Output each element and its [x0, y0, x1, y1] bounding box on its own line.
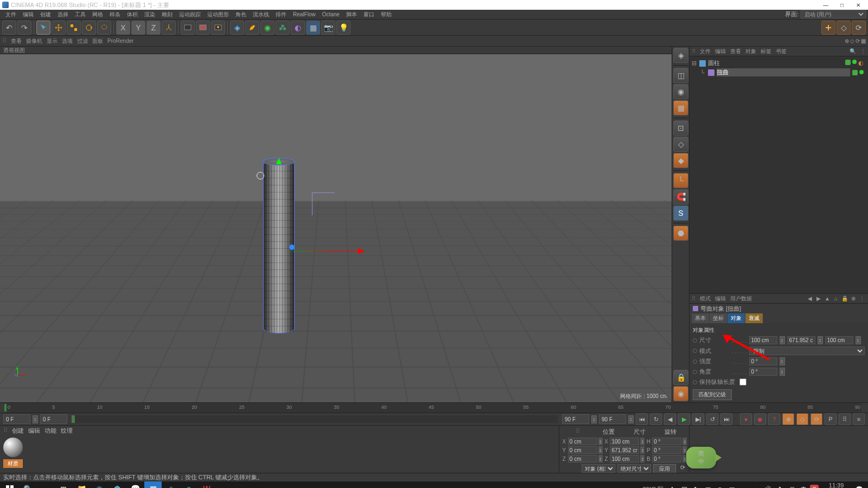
gizmo-y-arrow[interactable] — [276, 158, 282, 164]
rot-b-input[interactable] — [652, 455, 681, 463]
mat-tab-edit[interactable]: 编辑 — [28, 427, 40, 435]
enable-badge[interactable] — [859, 70, 864, 74]
menu-help[interactable]: 帮助 — [378, 11, 395, 18]
nav-home-icon[interactable]: ⌂ — [832, 295, 840, 303]
axis-button[interactable]: └ — [673, 173, 688, 188]
subdivision-button[interactable]: ◉ — [260, 21, 275, 35]
ime-badge[interactable]: 简 中 — [686, 447, 716, 468]
visibility-badge[interactable] — [845, 60, 851, 65]
notifications-icon[interactable]: 💬 — [854, 481, 865, 488]
tray-sogou-icon[interactable]: S — [810, 485, 819, 488]
y-axis-button[interactable]: Y — [131, 21, 145, 35]
minimize-button[interactable]: — — [818, 1, 833, 9]
taskview-icon[interactable]: ⊞ — [55, 481, 72, 488]
tab-file[interactable]: 文件 — [700, 48, 711, 55]
menu-create[interactable]: 创建 — [37, 11, 54, 18]
tray-volume-icon[interactable]: 🔊 — [762, 481, 773, 488]
menu-render[interactable]: 渲染 — [141, 11, 158, 18]
key-param-button[interactable]: P — [825, 413, 837, 425]
undo-button[interactable]: ↶ — [2, 21, 16, 35]
prev-frame-button[interactable]: ◀ — [664, 413, 676, 425]
make-editable-button[interactable]: ◈ — [673, 48, 688, 63]
spinner[interactable]: ‡ — [780, 336, 785, 344]
search-icon[interactable]: 🔍 — [19, 481, 36, 488]
cortana-icon[interactable]: ○ — [37, 481, 54, 488]
visibility-badge[interactable] — [852, 70, 858, 75]
nav-up-icon[interactable]: ▲ — [824, 295, 831, 303]
layout-select[interactable]: 启动 (用户) — [801, 10, 866, 18]
menu-script[interactable]: 脚本 — [343, 11, 360, 18]
vp-icon-3[interactable]: ⟳ — [856, 38, 860, 44]
c4d-icon[interactable]: ◈ — [162, 481, 180, 488]
pos-y-input[interactable] — [568, 446, 597, 454]
maximize-button[interactable]: □ — [834, 1, 850, 9]
edge-icon[interactable]: e — [180, 481, 197, 488]
size-x-input[interactable] — [749, 336, 777, 344]
tray-app-icon[interactable]: ◫ — [703, 481, 713, 488]
tray-shield-icon[interactable]: 🛡 — [679, 481, 690, 488]
explorer-icon[interactable]: 📁 — [73, 481, 90, 488]
tray-ime-icon[interactable]: 中 — [798, 481, 809, 488]
menu-character[interactable]: 角色 — [232, 11, 250, 18]
options-menu[interactable]: 选项 — [62, 37, 73, 45]
move-snap-button[interactable] — [821, 21, 835, 35]
tab-edit[interactable]: 编辑 — [715, 48, 726, 55]
z-axis-button[interactable]: Z — [146, 21, 161, 35]
model-mode-button[interactable]: ◫ — [673, 68, 688, 83]
wechat-icon[interactable]: 💬 — [126, 481, 144, 488]
light-button[interactable]: 💡 — [336, 21, 350, 35]
close-button[interactable]: ✕ — [851, 1, 866, 9]
menu-realflow[interactable]: RealFlow — [290, 11, 319, 17]
keyframe-button[interactable]: ? — [768, 413, 780, 425]
timeline-range[interactable] — [72, 415, 558, 423]
lasso-tool[interactable] — [97, 21, 111, 35]
subtab-falloff[interactable]: 衰减 — [745, 313, 763, 323]
attr-tab-edit[interactable]: 编辑 — [715, 295, 726, 303]
nav-fwd-icon[interactable]: ▶ — [815, 295, 822, 303]
key-pla-button[interactable]: ⠿ — [839, 413, 851, 425]
tree-row-cylinder[interactable]: ⊟ 圆柱 ◐ — [692, 59, 866, 68]
move-tool[interactable] — [52, 21, 66, 35]
pos-x-input[interactable] — [568, 438, 597, 445]
rotate-snap-button[interactable]: ⟳ — [852, 21, 866, 35]
record-button[interactable]: ● — [740, 413, 752, 425]
vp-icon-2[interactable]: ◇ — [850, 38, 854, 44]
app-icon-1[interactable]: ◉ — [91, 481, 108, 488]
timeline[interactable]: 05 1015 2025 3035 4045 5055 6065 7075 80… — [0, 403, 868, 413]
lock-button[interactable]: 🔒 — [673, 370, 688, 385]
coord-mode2-select[interactable]: 绝对尺寸 — [617, 464, 651, 473]
menu-edit[interactable]: 编辑 — [20, 11, 37, 18]
camera-button[interactable]: 📷 — [321, 21, 335, 35]
key-rot-button[interactable]: ⟳ — [810, 413, 822, 425]
frame-start-input[interactable] — [3, 414, 30, 424]
tray-network-icon[interactable]: 🖧 — [774, 481, 785, 488]
x-axis-button[interactable]: X — [116, 21, 130, 35]
handle-circle[interactable] — [257, 172, 264, 179]
filter-menu[interactable]: 过滤 — [77, 37, 88, 45]
fit-to-parent-button[interactable]: 匹配到父级 — [693, 389, 732, 400]
menu-volume[interactable]: 体积 — [124, 11, 141, 18]
strength-input[interactable] — [749, 357, 777, 365]
render-view-button[interactable] — [181, 21, 195, 35]
enable-badge[interactable] — [852, 60, 857, 64]
subtab-coord[interactable]: 坐标 — [710, 313, 727, 323]
size-z-input[interactable] — [825, 336, 853, 344]
environment-button[interactable]: ▦ — [306, 21, 320, 35]
spinner[interactable]: ‡ — [856, 336, 861, 344]
cylinder-object[interactable] — [263, 160, 295, 333]
scale-tool[interactable] — [67, 21, 81, 35]
subtab-basic[interactable]: 基本 — [692, 313, 709, 323]
cube-primitive-button[interactable]: ◈ — [230, 21, 244, 35]
texture-mode-button[interactable]: ◉ — [673, 84, 688, 99]
deformer-cage[interactable] — [312, 192, 335, 215]
nav-menu-icon[interactable]: ⋮ — [858, 295, 866, 303]
menu-mesh[interactable]: 网格 — [89, 11, 106, 18]
key-scale-button[interactable]: ◇ — [796, 413, 808, 425]
frame-end2-input[interactable] — [599, 414, 626, 424]
mat-tab-texture[interactable]: 纹理 — [61, 427, 73, 435]
nav-lock-icon[interactable]: 🔒 — [841, 295, 848, 303]
menu-plugins[interactable]: 排件 — [272, 11, 290, 18]
spinner[interactable]: ‡ — [628, 415, 634, 423]
points-mode-button[interactable]: ⊡ — [673, 120, 688, 136]
spinner[interactable]: ‡ — [780, 368, 785, 376]
